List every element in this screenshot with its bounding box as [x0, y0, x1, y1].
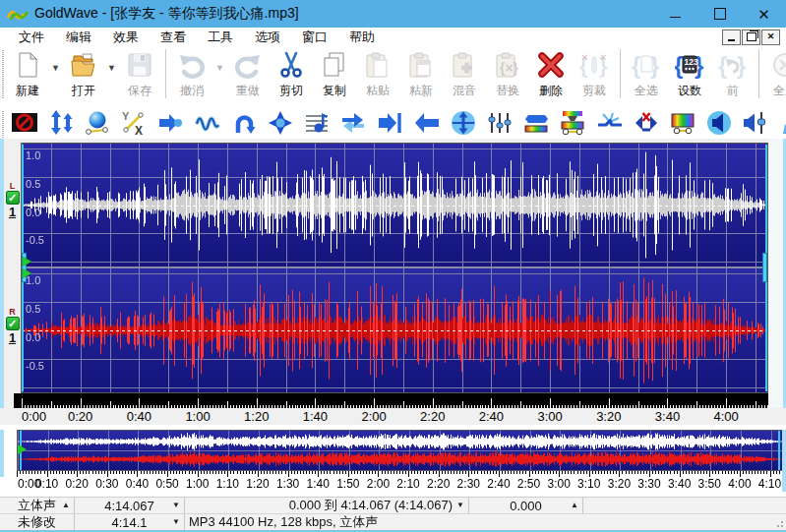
- mdi-minimize-button[interactable]: [722, 30, 741, 45]
- new-button[interactable]: 新建: [6, 46, 49, 103]
- main-toolbar: 新建▼打开▼保存撤消▼重做剪切复制粘贴粘新混音{×}替换删除{}××剪裁{}全选…: [0, 46, 786, 107]
- copy-button[interactable]: 复制: [313, 46, 356, 103]
- selection-range-cell[interactable]: 0.000 到 4:14.067 (4:14.067)▼: [185, 498, 469, 513]
- playback-marker-top-icon[interactable]: [23, 257, 31, 266]
- spectrum-bar-icon[interactable]: [523, 110, 549, 136]
- speaker-level-icon[interactable]: [743, 110, 768, 136]
- end-marker-handle[interactable]: [762, 253, 767, 282]
- overview-time-label: 4:00: [728, 477, 751, 491]
- menu-6[interactable]: 窗口: [291, 29, 338, 46]
- window-title: GoldWave - [张学友 - 等你等到我心痛.mp3]: [34, 5, 299, 23]
- total-length-cell-text: 4:14.1: [111, 515, 147, 530]
- svg-text:{: {: [675, 52, 683, 79]
- save-button[interactable]: 保存: [118, 46, 161, 103]
- window-right-border: [782, 430, 786, 492]
- toolbar-separator: [165, 49, 166, 98]
- corner-speaker-icon[interactable]: [780, 110, 786, 136]
- goldwave-window: GoldWave - [张学友 - 等你等到我心痛.mp3] ✕ 文件编辑效果查…: [0, 0, 786, 532]
- mdi-restore-button[interactable]: [742, 30, 760, 45]
- overview-panel: 0:000:100:200:300:400:501:001:101:201:30…: [0, 430, 786, 492]
- close-button[interactable]: ✕: [742, 0, 786, 28]
- status-row-1: 立体声▲4:14.067▼0.000 到 4:14.067 (4:14.067)…: [0, 498, 786, 514]
- equalizer-icon[interactable]: [487, 110, 513, 136]
- sphere-node-icon[interactable]: [85, 110, 110, 136]
- wave-icon[interactable]: [195, 110, 220, 136]
- spectrum-funnel-icon[interactable]: [560, 110, 585, 136]
- minimize-button[interactable]: [653, 0, 697, 28]
- trim-button[interactable]: {}××剪裁: [573, 46, 616, 103]
- channel-mode-cell-text: 立体声: [18, 498, 56, 513]
- new-dropdown-arrow-icon[interactable]: ▼: [49, 46, 62, 103]
- cut-button[interactable]: 剪切: [270, 46, 313, 103]
- channel-mode-cell[interactable]: 立体声▲: [0, 498, 75, 513]
- time-label: 2:40: [479, 409, 504, 424]
- selection-length-cell-spinner-icon[interactable]: ▼: [172, 502, 180, 509]
- xy-plot-icon[interactable]: YX: [121, 110, 147, 136]
- open-button[interactable]: 打开: [62, 46, 105, 103]
- open-dropdown-arrow-icon[interactable]: ▼: [105, 46, 118, 103]
- uturn-arrow-icon[interactable]: [231, 110, 257, 136]
- menu-items: 文件编辑效果查看工具选项窗口帮助: [8, 29, 386, 46]
- silence-remove-icon[interactable]: [634, 110, 659, 136]
- selection-range-cell-spinner-icon[interactable]: ▼: [456, 502, 464, 509]
- delete-button[interactable]: 删除: [529, 46, 573, 103]
- redo-button[interactable]: 重做: [226, 46, 270, 103]
- cut-label: 剪切: [279, 83, 303, 99]
- total-length-cell[interactable]: 4:14.1▼: [75, 514, 185, 530]
- swap-arrows-icon[interactable]: [340, 110, 366, 136]
- mdi-close-button[interactable]: ✕: [761, 30, 780, 45]
- menu-5[interactable]: 选项: [244, 29, 291, 46]
- music-note-icon[interactable]: [304, 110, 330, 136]
- menu-3[interactable]: 查看: [150, 29, 197, 46]
- circlex-icon: [770, 50, 786, 80]
- menu-7[interactable]: 帮助: [338, 29, 386, 46]
- expand-vertical-icon[interactable]: [451, 110, 476, 136]
- circlex-button[interactable]: 全显: [763, 46, 786, 103]
- svg-text:X: X: [135, 124, 143, 136]
- position-cell[interactable]: 0.000▲: [469, 498, 583, 513]
- undo-dropdown-arrow-icon[interactable]: ▼: [213, 46, 226, 103]
- channel-l-checkbox[interactable]: ✓: [6, 191, 20, 205]
- undo-button[interactable]: 撤消: [170, 46, 213, 103]
- channel-r-checkbox[interactable]: ✓: [6, 317, 20, 330]
- playback-marker-bottom-icon[interactable]: [23, 268, 31, 278]
- resize-grip[interactable]: [775, 521, 783, 529]
- overview-time-label: 0:10: [35, 477, 58, 491]
- position-cell-spinner-icon[interactable]: ▲: [571, 502, 578, 509]
- step-right-icon[interactable]: [377, 110, 402, 136]
- menu-1[interactable]: 编辑: [55, 29, 102, 46]
- time-label: 3:20: [596, 409, 621, 424]
- selection-length-cell[interactable]: 4:14.067▼: [75, 498, 185, 513]
- total-length-cell-spinner-icon[interactable]: ▼: [172, 518, 180, 526]
- prev-button[interactable]: {}前: [711, 46, 755, 103]
- channel-letter: L: [10, 182, 16, 191]
- left-arrow-icon[interactable]: [414, 110, 440, 136]
- vertical-arrows-icon[interactable]: [48, 110, 74, 136]
- speaker-icon[interactable]: [706, 110, 732, 136]
- channel-mode-cell-spinner-icon[interactable]: ▲: [62, 502, 70, 509]
- pastenew-button[interactable]: 粘新: [399, 46, 443, 103]
- prohibit-icon[interactable]: [12, 110, 37, 136]
- setnum-button[interactable]: {}123设数: [668, 46, 711, 103]
- right-channel-waveform[interactable]: [22, 268, 767, 392]
- time-ruler-labels: 0:000:200:401:001:201:402:002:202:403:00…: [0, 408, 786, 425]
- compass-burst-icon[interactable]: [268, 110, 293, 136]
- spectrum-cart-icon[interactable]: [670, 110, 695, 136]
- menu-2[interactable]: 效果: [102, 29, 150, 46]
- redo-icon: [233, 50, 263, 80]
- title-bar: GoldWave - [张学友 - 等你等到我心痛.mp3] ✕: [0, 0, 786, 28]
- left-channel-waveform[interactable]: [22, 144, 767, 266]
- offset-right-icon[interactable]: [157, 110, 183, 136]
- replace-label: 替换: [496, 83, 519, 99]
- replace-button[interactable]: {×}替换: [486, 46, 529, 103]
- menu-4[interactable]: 工具: [197, 29, 244, 46]
- overview-waveform[interactable]: [17, 430, 784, 471]
- mix-button[interactable]: 混音: [443, 46, 486, 103]
- time-ruler[interactable]: [14, 393, 768, 408]
- paste-button[interactable]: 粘贴: [356, 46, 399, 103]
- spark-icon[interactable]: [597, 110, 623, 136]
- selectall-button[interactable]: {}全选: [625, 46, 668, 103]
- menu-0[interactable]: 文件: [8, 29, 55, 46]
- maximize-button[interactable]: [697, 0, 742, 28]
- overview-position-marker-icon[interactable]: [18, 444, 27, 454]
